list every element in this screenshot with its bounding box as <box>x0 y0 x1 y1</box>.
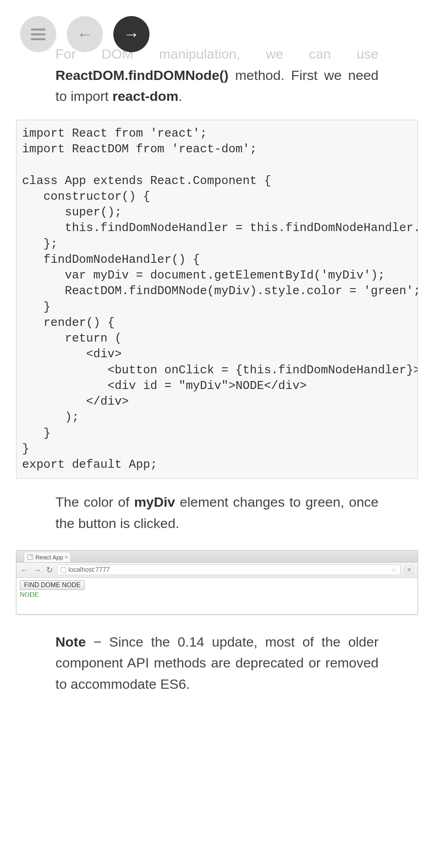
browser-tab[interactable]: React App × <box>24 552 71 562</box>
note-text: − Since the 0.14 update, most of the old… <box>55 634 379 692</box>
result-text-1: The color of <box>55 494 134 510</box>
find-dom-node-button[interactable]: FIND DOME NODE <box>20 580 85 590</box>
reload-icon[interactable]: ↻ <box>46 565 53 575</box>
note-paragraph: Note − Since the 0.14 update, most of th… <box>16 631 418 695</box>
tab-title: React App <box>35 554 63 561</box>
menu-button[interactable] <box>20 16 56 52</box>
node-text: NODE <box>20 591 414 599</box>
close-icon[interactable]: × <box>65 554 68 560</box>
url-bar[interactable]: localhost:7777 ☆ <box>57 565 401 575</box>
browser-screenshot: React App × ← → ↻ localhost:7777 ☆ ≡ FIN… <box>16 550 418 614</box>
browser-tab-bar: React App × <box>16 551 418 563</box>
arrow-left-icon: ← <box>77 26 93 42</box>
intro-strong-method: ReactDOM.findDOMNode() <box>55 68 229 83</box>
intro-text-end: . <box>178 88 182 104</box>
url-text: localhost:7777 <box>68 566 110 573</box>
browser-toolbar: ← → ↻ localhost:7777 ☆ ≡ <box>16 563 418 578</box>
floating-nav: ← → <box>20 16 149 52</box>
page-icon <box>27 554 33 560</box>
bookmark-star-icon[interactable]: ☆ <box>391 565 397 574</box>
code-block: import React from 'react'; import ReactD… <box>16 120 418 479</box>
prev-button[interactable]: ← <box>67 16 103 52</box>
result-paragraph: The color of myDiv element changes to gr… <box>16 491 418 534</box>
forward-icon[interactable]: → <box>33 565 41 575</box>
next-button[interactable]: → <box>113 16 149 52</box>
browser-menu-icon[interactable]: ≡ <box>405 565 414 574</box>
intro-strong-lib: react-dom <box>113 88 178 104</box>
back-icon[interactable]: ← <box>20 565 29 575</box>
hamburger-icon <box>31 29 45 40</box>
toolbar-nav-group: ← → ↻ <box>20 565 53 575</box>
intro-paragraph: For DOM manipulation, we can use ReactDO… <box>16 43 418 107</box>
browser-viewport: FIND DOME NODE NODE <box>16 578 418 614</box>
article-content: For DOM manipulation, we can use ReactDO… <box>0 43 434 695</box>
note-label: Note <box>55 634 86 649</box>
page-icon <box>61 567 66 573</box>
arrow-right-icon: → <box>123 26 139 42</box>
result-strong: myDiv <box>134 494 175 510</box>
